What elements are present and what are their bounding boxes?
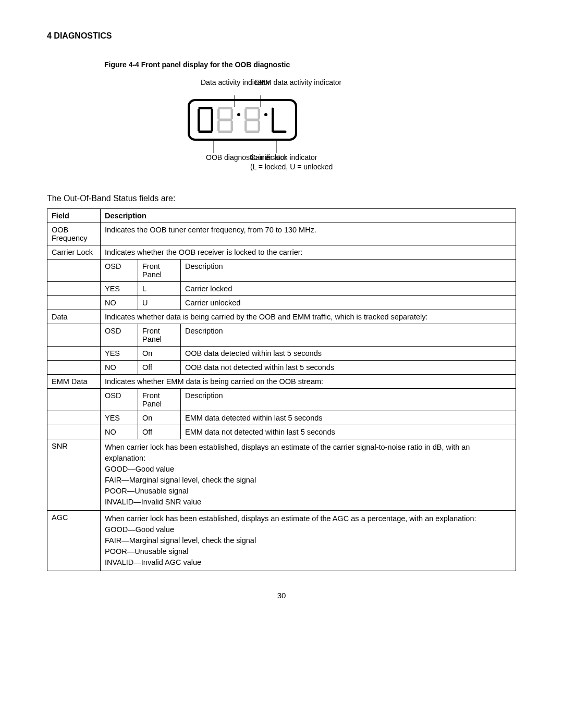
cell-desc: Carrier locked xyxy=(181,282,516,296)
desc-line: FAIR—Marginal signal level, check the si… xyxy=(105,475,511,486)
cell-osd: NO xyxy=(101,425,138,439)
cell-desc: EMM data detected within last 5 seconds xyxy=(181,411,516,425)
cell-fp: On xyxy=(138,411,181,425)
cell-desc: OOB data not detected within last 5 seco… xyxy=(181,361,516,375)
cell-osd: NO xyxy=(101,296,138,310)
cell-desc: Indicates whether EMM data is being carr… xyxy=(101,375,516,389)
cell-empty xyxy=(47,260,101,282)
table-row: NO U Carrier unlocked xyxy=(47,296,516,310)
cell-fp-header: Front Panel xyxy=(138,324,181,347)
cell-osd: YES xyxy=(101,282,138,296)
cell-desc: OOB data detected within last 5 seconds xyxy=(181,347,516,361)
cell-osd-header: OSD xyxy=(101,324,138,347)
cell-empty xyxy=(47,425,101,439)
cell-field: AGC xyxy=(47,511,101,571)
table-row: SNR When carrier lock has been establish… xyxy=(47,439,516,511)
table-row: AGC When carrier lock has been establish… xyxy=(47,511,516,571)
desc-line: INVALID—Invalid SNR value xyxy=(105,497,511,508)
cell-fp: U xyxy=(138,296,181,310)
cell-fp: Off xyxy=(138,361,181,375)
cell-osd-header: OSD xyxy=(101,389,138,411)
cell-field: EMM Data xyxy=(47,375,101,389)
label-text: (L = locked, U = unlocked xyxy=(250,163,333,172)
cell-desc: EMM data not detected within last 5 seco… xyxy=(181,425,516,439)
cell-osd: NO xyxy=(101,361,138,375)
figure-caption: Figure 4-4 Front panel display for the O… xyxy=(104,60,516,69)
table-row: OSD Front Panel Description xyxy=(47,260,516,282)
table-row: OSD Front Panel Description xyxy=(47,324,516,347)
cell-fp-header: Front Panel xyxy=(138,260,181,282)
table-row: OOB Frequency Indicates the OOB tuner ce… xyxy=(47,223,516,245)
desc-line: GOOD—Good value xyxy=(105,524,511,535)
cell-desc-header: Description xyxy=(181,324,516,347)
cell-empty xyxy=(47,389,101,411)
cell-empty xyxy=(47,411,101,425)
header-field: Field xyxy=(47,209,101,223)
cell-empty xyxy=(47,282,101,296)
cell-empty xyxy=(47,296,101,310)
cell-osd: YES xyxy=(101,347,138,361)
header-description: Description xyxy=(101,209,516,223)
table-row: YES L Carrier locked xyxy=(47,282,516,296)
table-row: Data Indicates whether data is being car… xyxy=(47,310,516,324)
table-row: OSD Front Panel Description xyxy=(47,389,516,411)
table-row: Carrier Lock Indicates whether the OOB r… xyxy=(47,245,516,260)
cell-field: SNR xyxy=(47,439,101,511)
intro-line: The Out-Of-Band Status fields are: xyxy=(47,194,516,203)
desc-line: INVALID—Invalid AGC value xyxy=(105,557,511,568)
cell-desc-header: Description xyxy=(181,389,516,411)
cell-fp: On xyxy=(138,347,181,361)
cell-fp: L xyxy=(138,282,181,296)
table-row: EMM Data Indicates whether EMM data is b… xyxy=(47,375,516,389)
desc-line: GOOD—Good value xyxy=(105,464,511,475)
oob-status-table: Field Description OOB Frequency Indicate… xyxy=(47,208,516,571)
cell-field: Data xyxy=(47,310,101,324)
cell-desc: When carrier lock has been established, … xyxy=(101,511,516,571)
desc-line: POOR—Unusable signal xyxy=(105,546,511,557)
cell-desc: Carrier unlocked xyxy=(181,296,516,310)
cell-fp: Off xyxy=(138,425,181,439)
cell-field: Carrier Lock xyxy=(47,245,101,260)
cell-empty xyxy=(47,324,101,347)
cell-fp-header: Front Panel xyxy=(138,389,181,411)
cell-desc: Indicates the OOB tuner center frequency… xyxy=(101,223,516,245)
front-panel-diagram: Data activity indicator EMM data activit… xyxy=(182,78,391,188)
cell-field: OOB Frequency xyxy=(47,223,101,245)
desc-line: When carrier lock has been established, … xyxy=(105,442,511,464)
cell-osd-header: OSD xyxy=(101,260,138,282)
cell-empty xyxy=(47,347,101,361)
desc-line: FAIR—Marginal signal level, check the si… xyxy=(105,535,511,546)
table-row: YES On EMM data detected within last 5 s… xyxy=(47,411,516,425)
table-row: NO Off OOB data not detected within last… xyxy=(47,361,516,375)
cell-desc: When carrier lock has been established, … xyxy=(101,439,516,511)
table-row: NO Off EMM data not detected within last… xyxy=(47,425,516,439)
label-carrier-lock: Carrier lock indicator (L = locked, U = … xyxy=(250,153,333,171)
cell-desc: Indicates whether data is being carried … xyxy=(101,310,516,324)
table-row: YES On OOB data detected within last 5 s… xyxy=(47,347,516,361)
cell-empty xyxy=(47,361,101,375)
page-number: 30 xyxy=(47,591,516,600)
section-heading: 4 DIAGNOSTICS xyxy=(47,31,516,41)
desc-line: POOR—Unusable signal xyxy=(105,486,511,497)
table-header-row: Field Description xyxy=(47,209,516,223)
cell-desc-header: Description xyxy=(181,260,516,282)
cell-osd: YES xyxy=(101,411,138,425)
label-text: Carrier lock indicator xyxy=(250,153,333,163)
desc-line: When carrier lock has been established, … xyxy=(105,513,511,524)
cell-desc: Indicates whether the OOB receiver is lo… xyxy=(101,245,516,260)
